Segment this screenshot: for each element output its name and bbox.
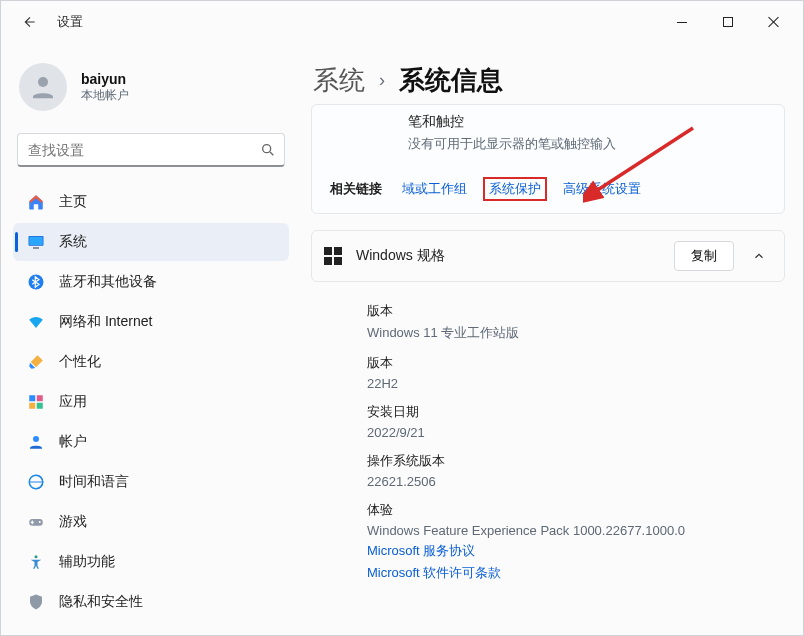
sidebar-item-label: 游戏 <box>59 513 87 531</box>
spec-value: Windows 11 专业工作站版 <box>367 324 777 342</box>
sidebar-item-label: 个性化 <box>59 353 101 371</box>
sidebar-item-label: 时间和语言 <box>59 473 129 491</box>
chevron-up-icon <box>752 249 766 263</box>
home-icon <box>27 193 45 211</box>
sidebar-item-accessibility[interactable]: 辅助功能 <box>13 543 289 581</box>
accessibility-icon <box>27 553 45 571</box>
sidebar-item-network[interactable]: 网络和 Internet <box>13 303 289 341</box>
svg-rect-8 <box>29 403 35 409</box>
svg-rect-7 <box>37 395 43 401</box>
spec-row: 版本 Windows 11 专业工作站版 <box>367 302 777 342</box>
minimize-icon <box>677 22 687 23</box>
sidebar-item-label: 网络和 Internet <box>59 313 152 331</box>
related-links: 相关链接 域或工作组 系统保护 高级系统设置 <box>330 177 766 201</box>
user-name: baiyun <box>81 71 129 87</box>
spec-value: Windows Feature Experience Pack 1000.226… <box>367 523 777 538</box>
spec-key: 操作系统版本 <box>367 452 777 470</box>
copy-button[interactable]: 复制 <box>674 241 734 271</box>
titlebar-left: 设置 <box>9 9 83 35</box>
spec-key: 体验 <box>367 501 777 519</box>
link-domain-workgroup[interactable]: 域或工作组 <box>402 180 467 198</box>
spec-value: 22621.2506 <box>367 474 777 489</box>
spec-key: 版本 <box>367 302 777 320</box>
gamepad-icon <box>27 513 45 531</box>
system-icon <box>27 233 45 251</box>
minimize-button[interactable] <box>659 7 705 37</box>
sidebar-item-apps[interactable]: 应用 <box>13 383 289 421</box>
link-ms-license-terms[interactable]: Microsoft 软件许可条款 <box>367 564 777 582</box>
search-box[interactable] <box>17 133 285 167</box>
search-input[interactable] <box>26 141 260 159</box>
sidebar: baiyun 本地帐户 主页 系统 蓝牙和其他设备 <box>1 43 301 636</box>
settings-window: 设置 baiyun 本地帐户 <box>0 0 804 636</box>
brush-icon <box>27 353 45 371</box>
person-icon <box>27 433 45 451</box>
collapse-button[interactable] <box>746 243 772 269</box>
main: 系统 › 系统信息 笔和触控 没有可用于此显示器的笔或触控输入 相关链接 域或工… <box>301 43 803 636</box>
shield-icon <box>27 593 45 611</box>
link-system-protection[interactable]: 系统保护 <box>483 177 547 201</box>
sidebar-item-home[interactable]: 主页 <box>13 183 289 221</box>
svg-rect-4 <box>33 247 39 249</box>
sidebar-item-system[interactable]: 系统 <box>13 223 289 261</box>
sidebar-item-time-language[interactable]: 时间和语言 <box>13 463 289 501</box>
link-ms-service-agreement[interactable]: Microsoft 服务协议 <box>367 542 777 560</box>
spec-row: 安装日期 2022/9/21 <box>367 403 777 440</box>
svg-point-1 <box>263 144 271 152</box>
page-title: 系统信息 <box>399 63 503 98</box>
breadcrumb: 系统 › 系统信息 <box>313 63 785 98</box>
windows-specs-body: 版本 Windows 11 专业工作站版 版本 22H2 安装日期 2022/9… <box>311 282 785 590</box>
sidebar-item-bluetooth[interactable]: 蓝牙和其他设备 <box>13 263 289 301</box>
sidebar-item-label: 主页 <box>59 193 87 211</box>
person-icon <box>28 72 58 102</box>
nav: 主页 系统 蓝牙和其他设备 网络和 Internet 个性化 <box>11 181 291 623</box>
link-advanced-system-settings[interactable]: 高级系统设置 <box>563 180 641 198</box>
pen-touch-title: 笔和触控 <box>408 113 616 131</box>
sidebar-item-label: 应用 <box>59 393 87 411</box>
globe-clock-icon <box>27 473 45 491</box>
app-title: 设置 <box>57 13 83 31</box>
arrow-left-icon <box>23 15 37 29</box>
sidebar-item-privacy[interactable]: 隐私和安全性 <box>13 583 289 621</box>
body: baiyun 本地帐户 主页 系统 蓝牙和其他设备 <box>1 43 803 636</box>
spec-value: 2022/9/21 <box>367 425 777 440</box>
spec-key: 版本 <box>367 354 777 372</box>
svg-point-0 <box>38 77 48 87</box>
window-controls <box>659 7 797 37</box>
bluetooth-icon <box>27 273 45 291</box>
breadcrumb-parent[interactable]: 系统 <box>313 63 365 98</box>
svg-point-14 <box>35 555 38 558</box>
sidebar-item-personalization[interactable]: 个性化 <box>13 343 289 381</box>
windows-specs-header[interactable]: Windows 规格 复制 <box>311 230 785 282</box>
chevron-right-icon: › <box>379 70 385 91</box>
titlebar: 设置 <box>1 1 803 43</box>
svg-rect-9 <box>37 403 43 409</box>
sidebar-item-label: 隐私和安全性 <box>59 593 143 611</box>
user-sub: 本地帐户 <box>81 87 129 104</box>
svg-point-10 <box>33 436 39 442</box>
maximize-button[interactable] <box>705 7 751 37</box>
sidebar-item-gaming[interactable]: 游戏 <box>13 503 289 541</box>
sidebar-item-label: 帐户 <box>59 433 87 451</box>
windows-specs-title: Windows 规格 <box>356 247 445 265</box>
back-button[interactable] <box>17 9 43 35</box>
user-block[interactable]: baiyun 本地帐户 <box>11 53 291 125</box>
sidebar-item-label: 蓝牙和其他设备 <box>59 273 157 291</box>
related-label: 相关链接 <box>330 180 382 198</box>
pen-touch-card: 笔和触控 没有可用于此显示器的笔或触控输入 相关链接 域或工作组 系统保护 高级… <box>311 104 785 214</box>
spec-row: 体验 Windows Feature Experience Pack 1000.… <box>367 501 777 538</box>
windows-logo-icon <box>324 247 342 265</box>
apps-icon <box>27 393 45 411</box>
close-button[interactable] <box>751 7 797 37</box>
svg-rect-3 <box>29 237 43 245</box>
wifi-icon <box>27 313 45 331</box>
spec-key: 安装日期 <box>367 403 777 421</box>
svg-rect-6 <box>29 395 35 401</box>
close-icon <box>768 16 780 28</box>
spec-row: 操作系统版本 22621.2506 <box>367 452 777 489</box>
search-icon <box>260 142 276 158</box>
spec-value: 22H2 <box>367 376 777 391</box>
sidebar-item-accounts[interactable]: 帐户 <box>13 423 289 461</box>
sidebar-item-label: 系统 <box>59 233 87 251</box>
sidebar-item-label: 辅助功能 <box>59 553 115 571</box>
